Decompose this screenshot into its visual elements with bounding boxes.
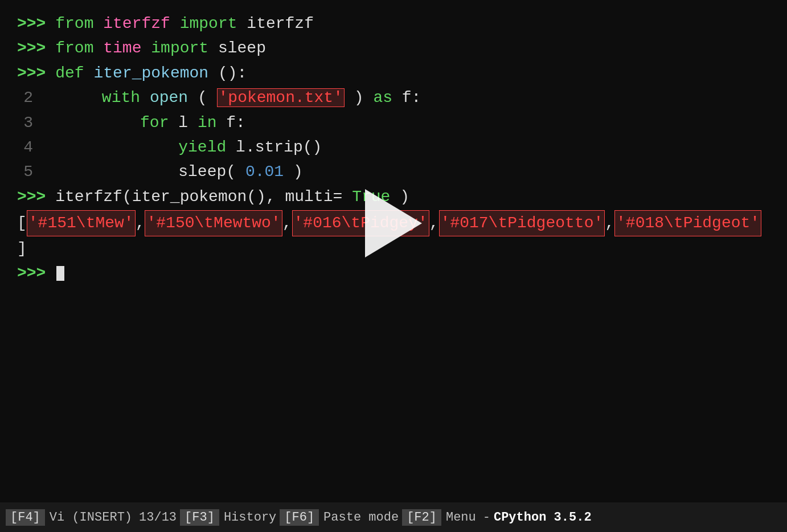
kw-with: with [102, 89, 140, 107]
code-line-6: 4 yield l.strip() [17, 135, 770, 159]
kw-def: def [55, 64, 84, 82]
number-001: 0.01 [245, 163, 284, 181]
paste-mode-label: Paste mode [320, 510, 402, 525]
line-num-2: 2 [17, 85, 33, 110]
statusbar: [F4] Vi (INSERT) 13/13 [F3] History [F6]… [0, 502, 787, 532]
bracket-close: ] [17, 240, 27, 257]
prompt-2: >>> [17, 39, 46, 57]
play-button[interactable] [365, 189, 422, 257]
import-name-2: sleep [218, 39, 266, 57]
kw-yield: yield [178, 138, 226, 156]
line-num-4: 4 [17, 135, 33, 159]
f3-badge[interactable]: [F3] [180, 509, 219, 526]
f2-badge[interactable]: [F2] [402, 509, 441, 526]
line-num-3: 3 [17, 111, 33, 135]
kw-from-1: from [55, 15, 93, 32]
str-pokemon-txt: 'pokemon.txt' [217, 88, 345, 107]
code-line-4: 2 with open ( 'pokemon.txt' ) as f: [17, 85, 770, 110]
code-line-7: 5 sleep( 0.01 ) [17, 159, 770, 184]
fn-open: open [150, 89, 188, 107]
kw-as: as [373, 89, 392, 107]
bracket-open: [ [17, 211, 27, 235]
vi-mode-label: Vi (INSERT) [46, 510, 136, 525]
import-name-1: iterfzf [247, 15, 314, 32]
code-line-2: >>> from time import sleep [17, 36, 770, 60]
prompt-1: >>> [17, 15, 46, 32]
module-time: time [103, 39, 141, 57]
code-line-5: 3 for l in f: [17, 111, 770, 135]
prompt-3: >>> [17, 64, 46, 82]
code-line-3: >>> def iter_pokemon (): [17, 61, 770, 85]
terminal: >>> from iterfzf import iterfzf >>> from… [0, 0, 787, 532]
f4-badge[interactable]: [F4] [6, 509, 45, 526]
code-line-1: >>> from iterfzf import iterfzf [17, 11, 770, 36]
result-item-5: '#018\tPidgeot' [614, 210, 761, 236]
history-label: History [220, 510, 280, 525]
separator: - [479, 510, 494, 525]
code-line-11: >>> [17, 261, 770, 285]
menu-label: Menu [442, 510, 479, 525]
cursor [56, 266, 64, 281]
kw-from-2: from [55, 39, 93, 57]
kw-import-2: import [151, 39, 208, 57]
kw-import-1: import [180, 15, 237, 32]
prompt-5: >>> [17, 264, 46, 282]
module-iterfzf: iterfzf [103, 15, 170, 32]
fn-iter-pokemon: iter_pokemon [93, 64, 208, 82]
result-item-2: '#150\tMewtwo' [145, 210, 282, 236]
f6-badge[interactable]: [F6] [280, 509, 319, 526]
line-num-5: 5 [17, 159, 33, 184]
position-label: 13/13 [136, 510, 180, 525]
kw-in: in [198, 114, 217, 132]
prompt-4: >>> [17, 188, 46, 206]
kw-for: for [140, 114, 169, 132]
runtime-label: CPython 3.5.2 [494, 510, 592, 525]
result-item-4: '#017\tPidgeotto' [439, 210, 605, 236]
result-item-1: '#151\tMew' [27, 210, 136, 236]
